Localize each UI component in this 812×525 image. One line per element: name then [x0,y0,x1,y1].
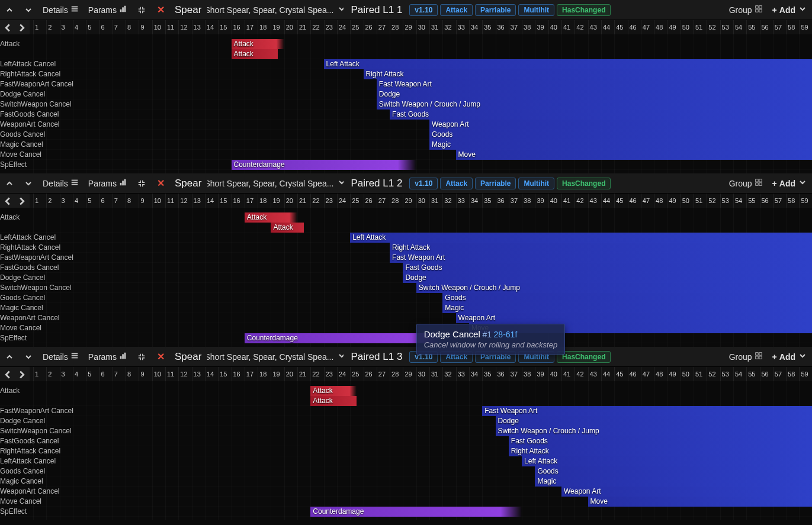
track-label: Move Cancel [0,323,41,333]
timeline-bar[interactable]: Fast Goods [390,109,812,120]
timeline-bar[interactable]: Switch Weapon / Crouch / Jump [496,426,813,436]
compress-button[interactable] [133,2,150,18]
parriable-tag[interactable]: Parriable [475,178,516,189]
params-label: Params [88,5,117,15]
timeline-bar[interactable]: Right Attack [390,243,812,253]
timeline-bar[interactable]: Switch Weapon / Crouch / Jump [416,283,812,293]
collapse-down-button[interactable] [20,349,37,365]
multihit-tag[interactable]: Multihit [518,4,554,16]
collapse-up-button[interactable] [1,349,18,365]
timeline-bar[interactable]: Move [588,497,812,507]
bar-label: Counterdamage [234,160,285,169]
details-button[interactable]: Details [39,349,82,365]
timeline-bar[interactable]: Left Attack [522,456,812,466]
timeline-bar[interactable]: Left Attack [324,59,812,69]
ruler-tick: 46 [628,194,641,208]
timeline-bar[interactable]: Right Attack [364,69,813,79]
close-button[interactable]: ✕ [152,175,169,192]
timeline-track: SwitchWeapon Cancel Switch Weapon / Crou… [0,426,812,436]
timeline-bar[interactable]: Goods [429,130,812,140]
timeline-bar[interactable]: Weapon Art [561,487,812,497]
ruler-tick: 59 [799,367,812,381]
timeline-panel: Details Params ✕ Spear Short Spear, Spea… [0,347,812,520]
attack-tag[interactable]: Attack [440,178,473,189]
timeline-bar[interactable]: Magic [535,476,812,487]
compress-button[interactable] [133,175,150,192]
track-label: SwitchWeapon Cancel [0,99,72,109]
add-button[interactable]: + Add [769,349,811,365]
timeline-track: Move Cancel Move [0,150,812,160]
variants-dropdown[interactable]: Short Spear, Spear, Crystal Spea... [207,2,344,18]
ruler-tick: 32 [442,194,455,208]
timeline-bar[interactable]: Magic [429,140,812,150]
timeline-track: SpEffect Counterdamage [0,507,812,517]
bar-label: Magic [445,304,464,312]
timeline-track: LeftAttack Cancel Left Attack [0,456,812,466]
attack-tag[interactable]: Attack [440,4,473,16]
close-button[interactable]: ✕ [152,2,169,18]
track-label: FastGoods Cancel [0,263,59,273]
details-button[interactable]: Details [39,2,82,18]
details-button[interactable]: Details [39,175,82,192]
svg-rect-8 [755,9,758,12]
collapse-down-button[interactable] [20,175,37,192]
list-icon [70,352,79,362]
ruler-tick: 40 [548,367,561,381]
timeline-bar[interactable]: Left Attack [350,233,812,243]
timeline-bar[interactable]: Switch Weapon / Crouch / Jump [377,99,812,109]
timeline-bar[interactable]: Move [456,150,812,160]
params-button[interactable]: Params [85,349,131,365]
add-button[interactable]: + Add [769,175,811,192]
tooltip: Dodge Cancel #1 28-61f Cancel window for… [416,324,565,355]
timeline-bar[interactable]: Attack [232,49,278,59]
timeline-bar[interactable]: Attack [310,396,357,406]
timeline-bar[interactable]: Attack [271,223,304,233]
timeline-bar[interactable]: Counterdamage [310,507,522,517]
group-button[interactable]: Group [726,349,766,365]
compress-button[interactable] [133,349,150,365]
ruler-tick: 8 [126,367,139,381]
timeline-bar[interactable]: Counterdamage [245,333,443,343]
timeline-bar[interactable]: Fast Goods [509,436,812,446]
haschanged-tag[interactable]: HasChanged [557,178,611,189]
track-label: Goods Cancel [0,466,45,476]
collapse-down-button[interactable] [20,2,37,18]
timeline-bar[interactable]: Weapon Art [456,313,812,323]
collapse-up-button[interactable] [1,2,18,18]
variants-dropdown[interactable]: Short Spear, Spear, Crystal Spea... [207,175,344,192]
timeline-bar[interactable]: Dodge [377,89,812,99]
track-label: FastGoods Cancel [0,109,59,120]
timeline-bar[interactable]: Magic [442,303,812,313]
timeline-bar[interactable]: Weapon Art [429,120,812,130]
bar-label: Fast Goods [405,263,442,272]
params-button[interactable]: Params [85,175,131,192]
params-button[interactable]: Params [85,2,131,18]
timeline-bar[interactable]: Attack [310,386,357,396]
timeline-bar[interactable]: Counterdamage [232,160,416,170]
add-button[interactable]: + Add [769,2,811,18]
timeline-bar[interactable]: Attack [232,39,284,49]
collapse-up-button[interactable] [1,175,18,192]
timeline-bar[interactable]: Dodge [496,416,813,426]
timeline-bar[interactable]: Goods [535,466,812,476]
timeline-bar[interactable]: Fast Weapon Art [390,253,812,263]
version-tag[interactable]: v1.10 [409,4,438,16]
version-tag[interactable]: v1.10 [409,178,438,189]
close-button[interactable]: ✕ [152,349,169,365]
ruler-tick: 25 [350,20,363,34]
timeline-bar[interactable]: Goods [442,293,812,303]
timeline-bar[interactable]: Dodge [403,273,812,283]
bar-label: Fast Goods [511,437,548,445]
group-button[interactable]: Group [726,175,766,192]
timeline-bar[interactable]: Right Attack [509,446,812,456]
timeline-bar[interactable]: Fast Weapon Art [482,406,812,416]
timeline-bar[interactable]: Fast Goods [403,263,812,273]
group-button[interactable]: Group [726,2,766,18]
variants-dropdown[interactable]: Short Spear, Spear, Crystal Spea... [207,349,344,365]
timeline-track: Move Cancel Move [0,497,812,507]
multihit-tag[interactable]: Multihit [518,178,554,189]
timeline-bar[interactable]: Fast Weapon Art [377,79,812,89]
parriable-tag[interactable]: Parriable [475,4,516,16]
haschanged-tag[interactable]: HasChanged [557,4,611,16]
timeline-bar[interactable]: Attack [245,212,297,223]
